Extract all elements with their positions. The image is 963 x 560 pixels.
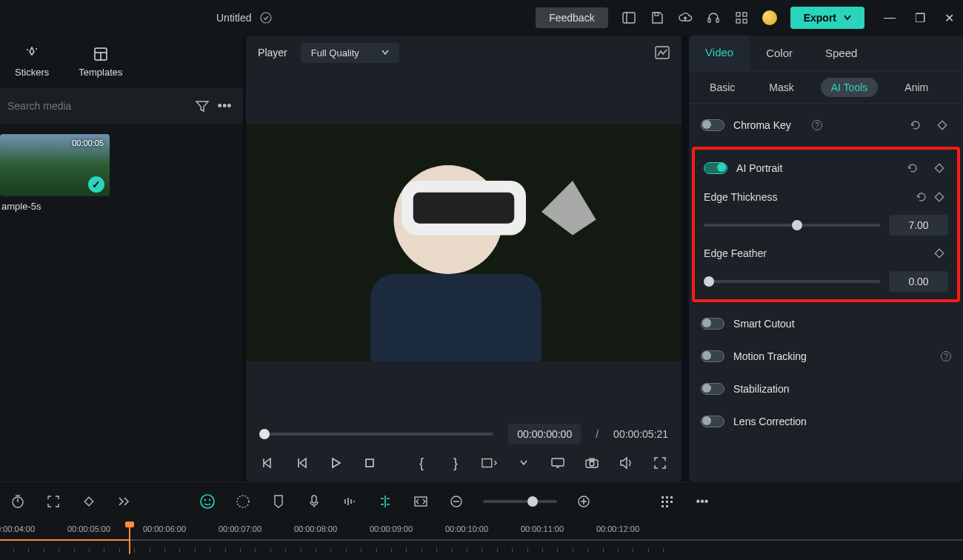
fullscreen-icon[interactable] bbox=[652, 455, 668, 471]
svg-rect-7 bbox=[743, 13, 747, 16]
help-icon[interactable]: ? bbox=[812, 120, 822, 130]
split-clip-icon[interactable] bbox=[376, 493, 394, 510]
layout-icon[interactable] bbox=[622, 10, 636, 25]
marker-shield-icon[interactable] bbox=[270, 493, 287, 510]
seek-handle[interactable] bbox=[259, 429, 270, 439]
label-chroma-key: Chroma Key bbox=[733, 119, 800, 131]
player-label: Player bbox=[258, 47, 287, 59]
playhead[interactable] bbox=[129, 523, 130, 554]
svg-rect-53 bbox=[662, 501, 664, 503]
save-icon[interactable] bbox=[650, 10, 664, 25]
image-stats-icon[interactable] bbox=[655, 46, 670, 59]
window-maximize[interactable]: ❐ bbox=[915, 11, 925, 25]
tab-speed[interactable]: Speed bbox=[809, 36, 873, 70]
chevron-down-icon[interactable] bbox=[516, 455, 532, 471]
media-grid: 00:00:05 ✓ ample-5s bbox=[0, 124, 243, 216]
slider-edge-thickness[interactable] bbox=[704, 224, 880, 227]
mic-icon[interactable] bbox=[305, 493, 323, 510]
color-wheel-icon[interactable] bbox=[234, 493, 252, 510]
volume-icon[interactable] bbox=[618, 455, 634, 471]
svg-rect-51 bbox=[666, 496, 668, 499]
toggle-motion-tracking[interactable] bbox=[701, 350, 724, 362]
timeline-zoom-slider[interactable] bbox=[483, 500, 557, 503]
headset-icon[interactable] bbox=[706, 10, 721, 25]
time-ruler: 00:00:04:00 00:00:05:00 00:00:06:00 00:0… bbox=[0, 520, 963, 533]
keyframe-icon[interactable] bbox=[930, 188, 948, 206]
keyframe-diamond-icon[interactable] bbox=[80, 493, 98, 510]
help-icon[interactable]: ? bbox=[941, 351, 951, 361]
slider-edge-feather[interactable] bbox=[704, 280, 880, 283]
toggle-lens-correction[interactable] bbox=[701, 416, 724, 427]
stop-icon[interactable] bbox=[361, 455, 378, 471]
subtab-basic[interactable]: Basic bbox=[702, 79, 742, 96]
toggle-smart-cutout[interactable] bbox=[701, 318, 724, 330]
timer-icon[interactable] bbox=[9, 493, 27, 510]
cloud-icon[interactable] bbox=[678, 10, 693, 25]
time-mark: 00:00:04:00 bbox=[0, 524, 35, 533]
face-active-icon[interactable] bbox=[199, 493, 216, 510]
time-mark: 00:00:09:00 bbox=[370, 524, 413, 533]
export-label: Export bbox=[804, 12, 836, 24]
zoom-handle[interactable] bbox=[527, 496, 538, 507]
clip-filename: ample-5s bbox=[0, 196, 110, 216]
slider-handle[interactable] bbox=[792, 220, 802, 230]
window-minimize[interactable]: — bbox=[884, 11, 896, 25]
search-input[interactable] bbox=[7, 100, 191, 112]
more-horiz-icon[interactable]: ••• bbox=[693, 493, 711, 510]
play-icon[interactable] bbox=[327, 455, 344, 471]
preview-canvas[interactable] bbox=[246, 70, 682, 416]
apps-grid-icon[interactable] bbox=[734, 10, 749, 25]
ai-portrait-highlight: AI Portrait Edge Thickness 7.00 Edge Fea… bbox=[692, 147, 960, 302]
subtab-ai-tools[interactable]: AI Tools bbox=[821, 78, 879, 97]
inspector-panel: Video Color Speed Basic Mask AI Tools An… bbox=[689, 36, 963, 481]
curly-close-icon[interactable]: } bbox=[447, 455, 464, 471]
step-back-icon[interactable] bbox=[293, 455, 310, 471]
tab-stickers[interactable]: Stickers bbox=[15, 46, 49, 78]
curly-open-icon[interactable]: { bbox=[413, 455, 430, 471]
timeline[interactable]: 00:00:04:00 00:00:05:00 00:00:06:00 00:0… bbox=[0, 520, 963, 560]
window-close[interactable]: ✕ bbox=[944, 11, 954, 25]
quality-dropdown[interactable]: Full Quality bbox=[301, 43, 399, 63]
user-avatar[interactable] bbox=[762, 10, 777, 25]
expand-icon[interactable] bbox=[412, 493, 430, 510]
media-clip[interactable]: 00:00:05 ✓ ample-5s bbox=[0, 134, 110, 216]
reset-icon[interactable] bbox=[904, 159, 922, 177]
keyframe-icon[interactable] bbox=[930, 244, 948, 262]
more-menu-icon[interactable]: ••• bbox=[213, 99, 236, 114]
time-mark: 00:00:10:00 bbox=[445, 524, 488, 533]
value-edge-thickness[interactable]: 7.00 bbox=[889, 215, 948, 236]
track-settings-icon[interactable] bbox=[658, 493, 676, 510]
toggle-ai-portrait[interactable] bbox=[704, 162, 727, 174]
crop-icon[interactable] bbox=[44, 493, 62, 510]
tab-color[interactable]: Color bbox=[750, 36, 809, 70]
chevron-double-right-icon[interactable] bbox=[116, 493, 133, 510]
subtab-anim[interactable]: Anim bbox=[897, 79, 936, 96]
feedback-button[interactable]: Feedback bbox=[536, 7, 607, 28]
tab-templates[interactable]: Templates bbox=[79, 46, 122, 78]
filter-icon[interactable] bbox=[191, 99, 213, 113]
time-mark: 00:00:05:00 bbox=[67, 524, 110, 533]
display-icon[interactable] bbox=[550, 455, 566, 471]
seek-slider[interactable] bbox=[259, 433, 493, 436]
svg-point-37 bbox=[237, 496, 249, 507]
reset-icon[interactable] bbox=[907, 116, 924, 134]
subtab-mask[interactable]: Mask bbox=[762, 79, 801, 96]
tab-templates-label: Templates bbox=[79, 67, 122, 78]
ratio-dropdown-icon[interactable] bbox=[482, 455, 498, 471]
toggle-chroma-key[interactable] bbox=[701, 119, 724, 131]
toggle-stabilization[interactable] bbox=[701, 383, 724, 395]
zoom-out-icon[interactable] bbox=[447, 493, 465, 510]
reset-icon[interactable] bbox=[913, 188, 930, 206]
keyframe-icon[interactable] bbox=[930, 159, 948, 177]
slider-handle[interactable] bbox=[704, 276, 714, 287]
label-edge-feather: Edge Feather bbox=[704, 247, 767, 259]
export-button[interactable]: Export bbox=[790, 7, 864, 29]
value-edge-feather[interactable]: 0.00 bbox=[889, 271, 948, 292]
tab-video[interactable]: Video bbox=[689, 36, 750, 70]
audio-mix-icon[interactable] bbox=[341, 493, 359, 510]
prev-frame-icon[interactable] bbox=[259, 455, 276, 471]
svg-rect-56 bbox=[662, 505, 664, 507]
snapshot-icon[interactable] bbox=[584, 455, 600, 471]
zoom-in-icon[interactable] bbox=[575, 493, 593, 510]
keyframe-icon[interactable] bbox=[933, 116, 951, 134]
